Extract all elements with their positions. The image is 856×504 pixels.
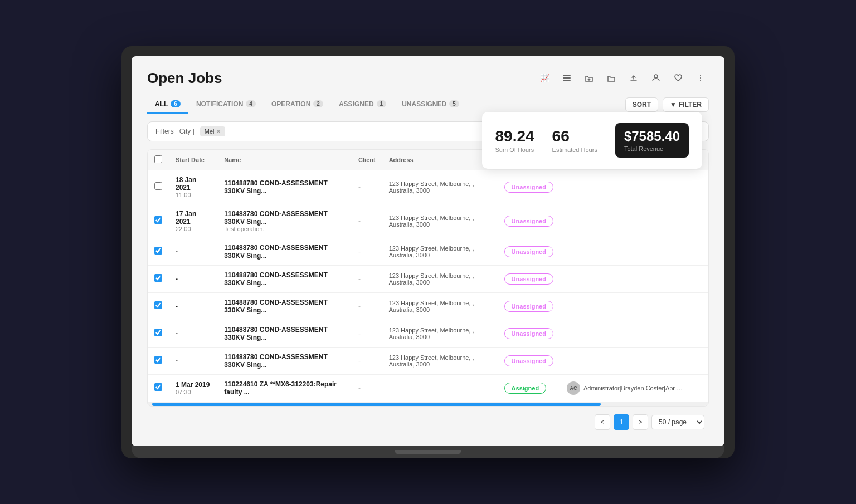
- tab-notification[interactable]: NOTIFICATION 4: [188, 96, 264, 114]
- row-address: 123 Happy Street, Melbourne, , Australia…: [382, 238, 498, 265]
- svg-rect-2: [563, 80, 571, 81]
- row-date: -: [169, 265, 217, 292]
- row-checkbox-cell: [148, 265, 169, 292]
- row-expand: [690, 238, 708, 265]
- row-owner: [560, 238, 690, 265]
- more-icon[interactable]: ⋮: [692, 70, 709, 86]
- row-name: 110488780 COND-ASSESSMENT 330KV Sing...: [217, 292, 352, 320]
- owner-avatar: AC: [567, 381, 580, 395]
- row-status: Unassigned: [498, 292, 560, 320]
- row-checkbox[interactable]: [154, 182, 162, 190]
- city-filter-label: City |: [179, 128, 194, 135]
- th-name: Name: [217, 150, 352, 170]
- current-page-button[interactable]: 1: [614, 414, 629, 430]
- row-address: 123 Happy Street, Melbourne, , Australia…: [382, 320, 498, 347]
- total-revenue-label: Total Revenue: [624, 145, 680, 152]
- row-expand: [690, 265, 708, 292]
- row-address: 123 Happy Street, Melbourne, , Australia…: [382, 292, 498, 320]
- row-owner: [560, 347, 690, 374]
- sum-of-hours-stat: 89.24 Sum Of Hours: [495, 128, 534, 153]
- row-checkbox[interactable]: [154, 301, 162, 309]
- heart-icon[interactable]: [670, 70, 687, 86]
- row-expand: [690, 170, 708, 204]
- row-address: 123 Happy Street, Melbourne, , Australia…: [382, 204, 498, 238]
- row-checkbox[interactable]: [154, 216, 162, 224]
- row-checkbox-cell: [148, 204, 169, 238]
- filter-icon: ▼: [670, 101, 677, 109]
- table-row: - 110488780 COND-ASSESSMENT 330KV Sing..…: [148, 347, 708, 374]
- page-size-select[interactable]: 50 / page 25 / page 100 / page: [651, 415, 704, 429]
- row-checkbox[interactable]: [154, 329, 162, 336]
- row-status: Assigned: [498, 374, 560, 402]
- filter-button[interactable]: ▼ FILTER: [663, 97, 709, 112]
- estimated-hours-stat: 66 Estimated Hours: [552, 128, 597, 153]
- estimated-hours-label: Estimated Hours: [552, 146, 597, 153]
- row-client: -: [352, 320, 382, 347]
- jobs-table: Start Date Name Client Address Assigned …: [147, 149, 709, 407]
- row-address: 123 Happy Street, Melbourne, , Australia…: [382, 170, 498, 204]
- folder-upload-icon[interactable]: [581, 70, 597, 86]
- svg-point-3: [654, 75, 658, 78]
- row-checkbox-cell: [148, 374, 169, 402]
- tab-operation[interactable]: OPERATION 2: [264, 96, 331, 114]
- table-row: - 110488780 COND-ASSESSMENT 330KV Sing..…: [148, 265, 708, 292]
- row-checkbox[interactable]: [154, 383, 162, 391]
- page-header: Open Jobs 📈: [147, 70, 709, 87]
- row-expand: [690, 320, 708, 347]
- page-title: Open Jobs: [147, 70, 222, 87]
- header-icons: 📈: [536, 70, 709, 86]
- remove-filter-chip[interactable]: ×: [217, 128, 221, 135]
- row-status: Unassigned: [498, 347, 560, 374]
- select-all-checkbox[interactable]: [154, 155, 162, 163]
- row-client: -: [352, 204, 382, 238]
- table-row: - 110488780 COND-ASSESSMENT 330KV Sing..…: [148, 292, 708, 320]
- row-owner: [560, 265, 690, 292]
- row-checkbox[interactable]: [154, 247, 162, 255]
- folder-icon[interactable]: [603, 70, 620, 86]
- table-row: 17 Jan 2021 22:00 110488780 COND-ASSESSM…: [148, 204, 708, 238]
- pagination: < 1 > 50 / page 25 / page 100 / page: [147, 407, 709, 430]
- row-owner: [560, 170, 690, 204]
- chart-icon[interactable]: 📈: [536, 70, 553, 86]
- row-status: Unassigned: [498, 204, 560, 238]
- next-page-button[interactable]: >: [633, 414, 648, 430]
- list-icon[interactable]: [558, 70, 575, 86]
- th-client: Client: [352, 150, 382, 170]
- tab-actions: SORT ▼ FILTER: [625, 97, 709, 112]
- row-name: 110488780 COND-ASSESSMENT 330KV Sing...: [217, 238, 352, 265]
- th-checkbox: [148, 150, 169, 170]
- row-client: -: [352, 238, 382, 265]
- svg-rect-1: [563, 77, 571, 79]
- filter-chip-mel[interactable]: Mel ×: [200, 126, 225, 136]
- user-icon[interactable]: [648, 70, 664, 86]
- table-row: - 110488780 COND-ASSESSMENT 330KV Sing..…: [148, 320, 708, 347]
- row-date: -: [169, 292, 217, 320]
- row-name: 110488780 COND-ASSESSMENT 330KV Sing...: [217, 320, 352, 347]
- row-checkbox-cell: [148, 292, 169, 320]
- row-name: 110488780 COND-ASSESSMENT 330KV Sing...: [217, 170, 352, 204]
- row-status: Unassigned: [498, 238, 560, 265]
- row-status: Unassigned: [498, 170, 560, 204]
- svg-rect-0: [563, 75, 571, 76]
- upload-icon[interactable]: [625, 70, 642, 86]
- row-expand: [690, 347, 708, 374]
- row-name: 110488780 COND-ASSESSMENT 330KV Sing...: [217, 347, 352, 374]
- row-name: 110224610 ZA **MX6-312203:Repair faulty …: [217, 374, 352, 402]
- tab-all[interactable]: ALL 6: [147, 96, 188, 114]
- row-expand: [690, 292, 708, 320]
- tabs-row: ALL 6 NOTIFICATION 4 OPERATION 2 ASSIGNE…: [147, 96, 709, 114]
- row-checkbox[interactable]: [154, 356, 162, 364]
- row-client: -: [352, 374, 382, 402]
- row-address: 123 Happy Street, Melbourne, , Australia…: [382, 265, 498, 292]
- row-date: -: [169, 347, 217, 374]
- row-address: -: [382, 374, 498, 402]
- row-status: Unassigned: [498, 320, 560, 347]
- tab-assigned[interactable]: ASSIGNED 1: [331, 96, 394, 114]
- sort-button[interactable]: SORT: [625, 97, 658, 112]
- row-name: 110488780 COND-ASSESSMENT 330KV Sing... …: [217, 204, 352, 238]
- horizontal-scrollbar[interactable]: [148, 402, 708, 406]
- row-checkbox-cell: [148, 238, 169, 265]
- row-checkbox[interactable]: [154, 274, 162, 282]
- prev-page-button[interactable]: <: [595, 414, 610, 430]
- tab-unassigned[interactable]: UNASSIGNED 5: [394, 96, 467, 114]
